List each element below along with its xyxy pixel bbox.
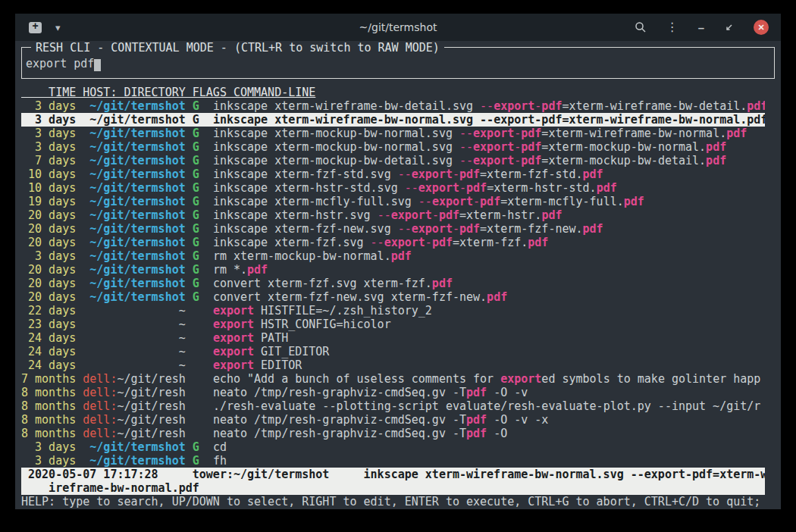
new-tab-button[interactable] xyxy=(27,20,43,35)
row-segment: -- xyxy=(459,127,473,140)
close-button[interactable]: ✕ xyxy=(754,20,769,35)
row-segment: G xyxy=(193,113,199,127)
row-segment xyxy=(186,440,193,454)
row-segment xyxy=(186,331,193,345)
row-segment: -- xyxy=(459,140,473,154)
row-segment xyxy=(76,127,89,140)
titlebar-left-group: ▾ xyxy=(27,20,62,35)
row-segment: ~ xyxy=(179,331,186,345)
history-row[interactable]: 3 days ~/git/termshot G rm xterm-mockup-… xyxy=(21,249,765,263)
history-row[interactable]: 20 days ~/git/termshot G convert xterm-f… xyxy=(21,277,765,290)
row-segment xyxy=(199,304,213,318)
history-row[interactable]: 8 months dell:~/git/resh ./resh-evaluate… xyxy=(21,399,765,413)
menu-button[interactable]: ⋮ xyxy=(666,21,678,33)
search-button[interactable] xyxy=(635,21,647,33)
row-segment: export xyxy=(418,181,459,195)
row-segment xyxy=(76,427,83,440)
row-segment: 10 days xyxy=(21,167,76,181)
row-segment: pdf xyxy=(466,427,487,440)
row-segment: export xyxy=(473,140,514,154)
history-row[interactable]: 3 days ~/git/termshot G fh xyxy=(21,454,765,468)
history-row[interactable]: 10 days ~/git/termshot G inkscape xterm-… xyxy=(21,167,765,181)
row-segment: export xyxy=(473,127,514,140)
row-segment: pdf xyxy=(528,236,548,249)
history-row[interactable]: 20 days ~/git/termshot G inkscape xterm-… xyxy=(21,236,765,249)
text-cursor xyxy=(94,59,101,71)
kebab-menu-icon: ⋮ xyxy=(666,21,678,33)
history-row[interactable]: 7 months dell:~/git/resh echo "Add a bun… xyxy=(21,372,765,386)
history-row[interactable]: 8 months dell:~/git/resh neato /tmp/resh… xyxy=(21,427,765,440)
history-row[interactable]: 24 days ~ export PATH xyxy=(21,331,765,345)
row-segment: pdf xyxy=(747,99,765,113)
history-row[interactable]: 3 days ~/git/termshot G inkscape xterm-w… xyxy=(21,99,765,113)
row-segment xyxy=(199,195,213,208)
history-row[interactable]: 24 days ~ export EDITOR xyxy=(21,358,765,372)
history-row[interactable]: 20 days ~/git/termshot G inkscape xterm-… xyxy=(21,222,765,236)
search-box[interactable]: RESH CLI - CONTEXTUAL MODE - (CTRL+R to … xyxy=(21,47,775,79)
row-segment xyxy=(76,345,178,358)
row-segment: 20 days xyxy=(21,208,76,222)
history-row[interactable]: 8 months dell:~/git/resh neato /tmp/resh… xyxy=(21,386,765,399)
row-segment: export xyxy=(500,372,541,386)
row-segment xyxy=(199,277,213,290)
row-segment: ~/git/termshot xyxy=(89,236,185,249)
row-segment: ~/git/termshot xyxy=(89,249,185,263)
row-segment: ~/git/termshot xyxy=(89,222,185,236)
row-segment: - xyxy=(425,236,432,249)
history-row[interactable]: 7 days ~/git/termshot G inkscape xterm-m… xyxy=(21,154,765,167)
row-segment xyxy=(193,358,199,372)
row-segment: G xyxy=(193,454,199,468)
row-segment: - xyxy=(514,140,521,154)
status-bar: 2020-05-07 17:17:28 tower:~/git/termshot… xyxy=(21,468,765,495)
history-row[interactable]: 3 days ~/git/termshot G inkscape xterm-m… xyxy=(21,127,765,140)
history-row[interactable]: 3 days ~/git/termshot G cd xyxy=(21,440,765,454)
row-segment xyxy=(199,263,213,277)
row-segment: pdf xyxy=(521,154,541,167)
row-segment: dell: xyxy=(83,413,117,427)
row-segment: pdf xyxy=(583,222,603,236)
history-row[interactable]: 3 days ~/git/termshot G inkscape xterm-m… xyxy=(21,140,765,154)
row-segment: pdf xyxy=(624,195,644,208)
row-segment: convert xterm-fzf-new.svg xterm-fzf-new. xyxy=(213,290,487,304)
row-segment xyxy=(76,236,89,249)
row-segment: 7 days xyxy=(21,154,76,167)
row-segment xyxy=(76,181,89,195)
row-segment xyxy=(199,113,213,127)
row-segment: export xyxy=(432,195,473,208)
help-bar: HELP: type to search, UP/DOWN to select,… xyxy=(21,495,765,509)
row-segment: pdf xyxy=(541,208,562,222)
history-row[interactable]: 3 days ~/git/termshot G inkscape xterm-w… xyxy=(21,113,765,127)
history-row[interactable]: 10 days ~/git/termshot G inkscape xterm-… xyxy=(21,181,765,195)
row-segment: pdf xyxy=(487,290,507,304)
row-segment: - xyxy=(473,195,480,208)
row-segment: HSTR_CONFIG=hicolor xyxy=(254,318,391,331)
row-segment: cd xyxy=(213,440,227,454)
row-segment: pdf xyxy=(597,181,617,195)
row-segment xyxy=(186,413,193,427)
history-row[interactable]: 19 days ~/git/termshot G inkscape xterm-… xyxy=(21,195,765,208)
row-segment: inkscape xterm-mcfly-full.svg xyxy=(213,195,418,208)
history-row[interactable]: 20 days ~/git/termshot G rm *.pdf xyxy=(21,263,765,277)
row-segment: pdf xyxy=(391,249,412,263)
row-segment: inkscape xterm-mockup-bw-normal.svg xyxy=(213,127,459,140)
history-row[interactable]: 24 days ~ export GIT_EDITOR xyxy=(21,345,765,358)
tab-dropdown-button[interactable]: ▾ xyxy=(54,20,62,35)
history-row[interactable]: 20 days ~/git/termshot G convert xterm-f… xyxy=(21,290,765,304)
chevron-down-icon: ▾ xyxy=(55,22,61,33)
row-segment xyxy=(193,386,199,399)
minimize-button[interactable]: – xyxy=(698,22,704,33)
history-row[interactable]: 8 months dell:~/git/resh neato /tmp/resh… xyxy=(21,413,765,427)
row-segment: ./resh-evaluate --plotting-script evalua… xyxy=(213,399,760,413)
row-segment: 20 days xyxy=(21,236,76,249)
row-segment xyxy=(186,345,193,358)
history-row[interactable]: 20 days ~/git/termshot G inkscape xterm-… xyxy=(21,208,765,222)
search-input[interactable]: export pdf xyxy=(26,57,94,70)
row-segment xyxy=(76,413,83,427)
row-segment xyxy=(199,345,213,358)
row-segment: ~/git/termshot xyxy=(89,290,185,304)
restore-button[interactable] xyxy=(724,23,734,33)
row-segment: pdf xyxy=(432,236,453,249)
row-segment: 22 days xyxy=(21,304,76,318)
history-row[interactable]: 23 days ~ export HSTR_CONFIG=hicolor xyxy=(21,318,765,331)
history-row[interactable]: 22 days ~ export HISTFILE=~/.zsh_history… xyxy=(21,304,765,318)
